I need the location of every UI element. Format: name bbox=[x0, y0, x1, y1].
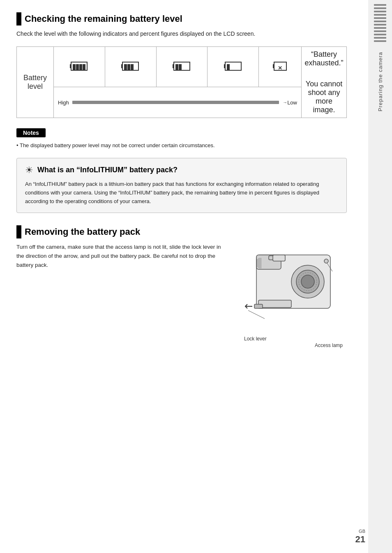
removing-content: Turn off the camera, make sure that the … bbox=[16, 243, 347, 348]
notes-heading: Notes bbox=[16, 128, 46, 137]
section2: Removing the battery pack Turn off the c… bbox=[16, 225, 347, 348]
camera-illustration: Lock lever Access lamp bbox=[232, 243, 347, 348]
camera-svg bbox=[232, 243, 347, 333]
section2-marker bbox=[16, 225, 21, 238]
battery-bar-cell: High → Low bbox=[54, 87, 302, 118]
battery-bar-container: High → Low bbox=[58, 99, 297, 106]
arrow-decoration: → bbox=[283, 100, 287, 105]
battery-icon-3seg bbox=[105, 47, 156, 87]
page-number-area: GB 21 bbox=[355, 528, 365, 545]
battery-icons-row: Battery level bbox=[17, 47, 347, 87]
battery-icon-empty: ✕ bbox=[259, 47, 302, 87]
info-box: ☀ What is an “InfoLITHIUM” battery pack?… bbox=[16, 158, 347, 213]
label-access-lamp: Access lamp bbox=[232, 342, 347, 348]
sidebar-vertical-label: Preparing the camera bbox=[377, 52, 383, 111]
page-number: 21 bbox=[355, 534, 365, 545]
right-sidebar: Preparing the camera bbox=[368, 0, 392, 553]
section2-heading-container: Removing the battery pack bbox=[16, 225, 347, 238]
removing-text: Turn off the camera, make sure that the … bbox=[16, 243, 224, 270]
sun-icon: ☀ bbox=[25, 165, 33, 176]
battery-icon-2seg bbox=[156, 47, 208, 87]
battery-bar: → bbox=[72, 101, 279, 104]
info-box-title: What is an “InfoLITHIUM” battery pack? bbox=[37, 166, 178, 174]
label-lock-lever: Lock lever bbox=[244, 336, 347, 342]
battery-bar-row: High → Low bbox=[17, 87, 347, 118]
battery-table: Battery level bbox=[16, 46, 347, 118]
section-marker bbox=[16, 12, 21, 25]
sidebar-lines bbox=[374, 4, 386, 44]
svg-rect-10 bbox=[273, 255, 285, 261]
section1-intro: Check the level with the following indic… bbox=[16, 30, 347, 38]
svg-point-8 bbox=[324, 259, 328, 263]
info-box-text: An “InfoLITHIUM” battery pack is a lithi… bbox=[25, 180, 338, 206]
svg-line-16 bbox=[248, 310, 265, 319]
high-label: High bbox=[58, 99, 69, 106]
main-content: Checking the remaining battery level Che… bbox=[0, 0, 367, 361]
battery-icon-full bbox=[54, 47, 105, 87]
info-box-heading: ☀ What is an “InfoLITHIUM” battery pack? bbox=[25, 165, 338, 176]
low-label: Low bbox=[287, 99, 297, 106]
svg-rect-6 bbox=[254, 304, 263, 308]
section1-title: Checking the remaining battery level bbox=[25, 14, 182, 24]
battery-exhausted-label: “Battery exhausted.” You cannot shoot an… bbox=[302, 47, 347, 118]
battery-icon-1seg bbox=[208, 47, 259, 87]
battery-cannot-shoot: You cannot shoot any more image. bbox=[304, 80, 344, 114]
section2-title: Removing the battery pack bbox=[25, 227, 140, 237]
battery-level-label: Battery level bbox=[17, 47, 54, 118]
svg-point-4 bbox=[301, 275, 314, 288]
section1-heading-container: Checking the remaining battery level bbox=[16, 12, 347, 25]
notes-text-1: The displayed battery power level may no… bbox=[16, 141, 347, 150]
page-language: GB bbox=[359, 529, 365, 534]
svg-rect-5 bbox=[258, 300, 291, 308]
